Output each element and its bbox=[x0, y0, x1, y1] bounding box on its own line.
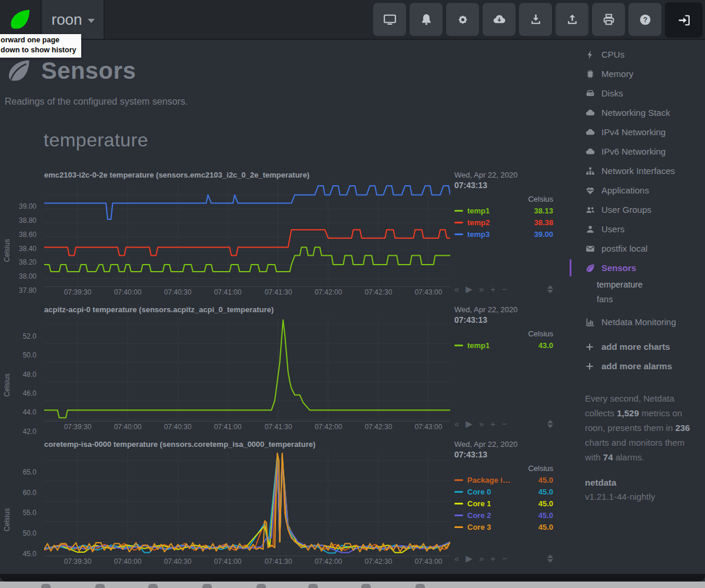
x-tick-label: 07:39:30 bbox=[56, 423, 99, 431]
zoom-in-icon[interactable]: + bbox=[490, 553, 496, 564]
chart-legend: Wed, Apr 22, 2020 07:43:13 Celsius Packa… bbox=[454, 440, 553, 532]
legend-row-temp1[interactable]: temp138.13 bbox=[454, 206, 553, 215]
sidebar-item-postfix-local[interactable]: postfix local bbox=[564, 239, 705, 258]
sidebar-item-ipv6-networking[interactable]: IPv6 Networking bbox=[564, 142, 705, 161]
sidebar-item-memory[interactable]: Memory bbox=[564, 64, 705, 83]
play-icon[interactable]: ▶ bbox=[465, 553, 473, 564]
sidebar-item-ipv4-networking[interactable]: IPv4 Networking bbox=[564, 122, 705, 142]
skip-forward-icon[interactable]: » bbox=[479, 419, 484, 429]
x-tick-label: 07:40:30 bbox=[156, 423, 199, 431]
sidebar-item-user-groups[interactable]: User Groups bbox=[564, 200, 705, 219]
zoom-out-icon[interactable]: − bbox=[502, 284, 507, 295]
chart-0: emc2103-i2c-0-2e temperature (sensors.em… bbox=[0, 171, 556, 299]
legend-units: Celsius bbox=[454, 329, 553, 338]
series-value: 45.0 bbox=[538, 476, 553, 485]
host-selector[interactable]: roon bbox=[42, 0, 105, 39]
legend-row-temp3[interactable]: temp339.00 bbox=[454, 230, 553, 239]
sidebar-item-label: postfix local bbox=[601, 243, 647, 253]
y-tick-label: 48.0 bbox=[0, 370, 36, 379]
legend-row-core-2[interactable]: Core 245.0 bbox=[454, 511, 553, 520]
x-tick-label: 07:39:30 bbox=[56, 557, 99, 566]
legend-date: Wed, Apr 22, 2020 bbox=[454, 171, 553, 179]
resize-icon[interactable] bbox=[547, 554, 553, 563]
legend-time: 07:43:13 bbox=[454, 450, 553, 459]
save-snapshot-button[interactable] bbox=[556, 3, 588, 36]
zoom-out-icon[interactable]: − bbox=[502, 419, 507, 429]
sidebar-subitem-temperature[interactable]: temperature bbox=[564, 278, 705, 292]
x-tick-label: 07:40:00 bbox=[106, 288, 149, 296]
chart-plot-area[interactable] bbox=[44, 317, 450, 422]
sidebar-item-networking-stack[interactable]: Networking Stack bbox=[564, 103, 705, 122]
legend-row-core-1[interactable]: Core 145.0 bbox=[454, 499, 553, 508]
skip-backward-icon[interactable]: « bbox=[454, 284, 459, 295]
sidebar-item-users[interactable]: Users bbox=[564, 219, 705, 239]
zoom-in-icon[interactable]: + bbox=[490, 419, 496, 429]
load-snapshot-button[interactable] bbox=[519, 3, 552, 36]
page-title: Sensors bbox=[41, 58, 136, 84]
chart-legend: Wed, Apr 22, 2020 07:43:13 Celsius temp1… bbox=[454, 305, 553, 350]
y-tick-label: 38.40 bbox=[0, 245, 36, 253]
sidebar-item-network-interfaces[interactable]: Network Interfaces bbox=[564, 161, 705, 181]
x-tick-label: 07:43:00 bbox=[407, 423, 450, 431]
x-tick-label: 07:40:00 bbox=[106, 557, 149, 566]
chart-plot-area[interactable] bbox=[44, 182, 450, 287]
settings-button[interactable] bbox=[446, 3, 479, 36]
chart-toolbar: «▶»+− bbox=[454, 419, 553, 429]
play-icon[interactable]: ▶ bbox=[465, 419, 473, 429]
skip-forward-icon[interactable]: » bbox=[479, 284, 484, 295]
series-dash bbox=[454, 491, 463, 493]
legend-row-core-3[interactable]: Core 345.0 bbox=[454, 523, 553, 532]
leaf-icon bbox=[5, 56, 33, 85]
sidebar-item-label: Memory bbox=[601, 69, 633, 79]
update-button[interactable] bbox=[483, 3, 516, 36]
sidebar: CPUsMemoryDisksNetworking StackIPv4 Netw… bbox=[564, 45, 705, 581]
resize-icon[interactable] bbox=[547, 285, 553, 293]
alarms-button[interactable] bbox=[410, 3, 443, 36]
chart-legend: Wed, Apr 22, 2020 07:43:13 Celsius temp1… bbox=[454, 171, 553, 239]
zoom-out-icon[interactable]: − bbox=[502, 553, 507, 564]
sidebar-item-disks[interactable]: Disks bbox=[564, 83, 705, 103]
cloud-icon bbox=[585, 127, 596, 138]
chart-plot-area[interactable] bbox=[44, 452, 450, 556]
play-icon[interactable]: ▶ bbox=[465, 284, 473, 295]
skip-backward-icon[interactable]: « bbox=[454, 419, 459, 429]
tooltip-line-1: orward one page bbox=[1, 35, 76, 45]
sign-in-button[interactable] bbox=[665, 2, 703, 38]
zoom-in-icon[interactable]: + bbox=[490, 284, 496, 295]
series-value: 45.0 bbox=[538, 511, 553, 520]
series-dash bbox=[454, 233, 463, 235]
legend-row-core-0[interactable]: Core 045.0 bbox=[454, 487, 553, 496]
legend-units: Celsius bbox=[454, 464, 553, 473]
legend-row-temp1[interactable]: temp143.0 bbox=[454, 341, 553, 350]
help-button[interactable]: ? bbox=[628, 3, 661, 36]
legend-row-package-i-[interactable]: Package i…45.0 bbox=[454, 476, 553, 485]
sidebar-item-label: Networking Stack bbox=[601, 108, 670, 118]
tooltip-line-2: down to show history bbox=[1, 45, 76, 55]
skip-forward-icon[interactable]: » bbox=[479, 553, 484, 564]
sidebar-item-sensors[interactable]: Sensors bbox=[564, 258, 705, 278]
cloud-icon bbox=[585, 146, 596, 157]
sidebar-subitem-fans[interactable]: fans bbox=[564, 292, 705, 307]
sign-in-icon bbox=[677, 13, 691, 28]
series-dash bbox=[454, 514, 463, 516]
skip-backward-icon[interactable]: « bbox=[454, 553, 459, 564]
sidebar-item-applications[interactable]: Applications bbox=[564, 181, 705, 200]
upload-icon bbox=[565, 12, 580, 27]
chart-title: coretemp-isa-0000 temperature (sensors.c… bbox=[44, 440, 315, 449]
legend-row-temp2[interactable]: temp238.38 bbox=[454, 218, 553, 227]
netdata-logo[interactable] bbox=[0, 0, 41, 39]
sidebar-summary: Every second, Netdata collects 1,529 met… bbox=[585, 391, 700, 465]
cloud-icon bbox=[585, 108, 596, 118]
sidebar-item-label: Sensors bbox=[601, 263, 636, 273]
memory-icon bbox=[585, 69, 596, 79]
resize-icon[interactable] bbox=[547, 420, 553, 428]
sidebar-item-netdata-monitoring[interactable]: Netdata Monitoring bbox=[564, 312, 705, 332]
dock-strip bbox=[0, 582, 705, 588]
nodes-button[interactable] bbox=[373, 3, 406, 36]
add-more-charts-button[interactable]: add more charts bbox=[564, 337, 705, 356]
add-more-alarms-button[interactable]: add more alarms bbox=[564, 356, 705, 376]
sidebar-item-label: User Groups bbox=[601, 205, 651, 215]
y-tick-label: 39.00 bbox=[0, 202, 36, 211]
sidebar-item-cpus[interactable]: CPUs bbox=[564, 45, 705, 64]
print-button[interactable] bbox=[592, 3, 625, 36]
